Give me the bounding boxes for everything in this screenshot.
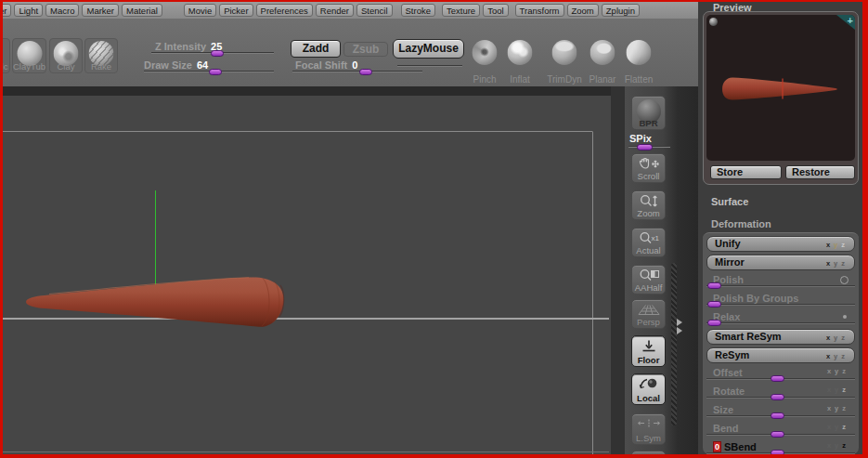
axis-x-toggle[interactable]: x bbox=[827, 423, 835, 431]
polish-handle[interactable] bbox=[707, 282, 721, 289]
menu-macro[interactable]: Macro bbox=[45, 4, 79, 17]
brush-pinch[interactable]: Pinch bbox=[471, 40, 499, 85]
persp-button[interactable]: Persp bbox=[631, 299, 666, 329]
mirror-button[interactable]: Mirrorxyz bbox=[706, 255, 855, 270]
zsub-button[interactable]: Zsub bbox=[343, 42, 388, 57]
menu-zoom[interactable]: Zoom bbox=[567, 4, 599, 17]
size-handle[interactable] bbox=[771, 412, 784, 419]
menu-marker[interactable]: Marker bbox=[82, 4, 119, 17]
axis-x-toggle[interactable]: x bbox=[827, 441, 835, 450]
sculpt-canvas[interactable] bbox=[3, 86, 625, 454]
panel-arrow-icon[interactable] bbox=[677, 327, 682, 334]
brush-clay[interactable]: Clay bbox=[49, 38, 83, 73]
axis-x-toggle[interactable]: x bbox=[826, 352, 834, 360]
axis-x-toggle[interactable]: x bbox=[826, 259, 834, 268]
preview-viewport[interactable]: + bbox=[706, 15, 855, 161]
rotate-handle[interactable] bbox=[771, 394, 784, 400]
axis-z-toggle[interactable]: z bbox=[842, 367, 849, 375]
menu-movie[interactable]: Movie bbox=[184, 4, 216, 17]
brush-trimdyn[interactable]: TrimDyn bbox=[547, 40, 582, 85]
surface-section-label[interactable]: Surface bbox=[711, 196, 748, 207]
axis-toggles[interactable]: xyz bbox=[826, 331, 849, 345]
spix-handle[interactable] bbox=[637, 144, 653, 150]
menu-stencil[interactable]: Stencil bbox=[356, 4, 393, 17]
axis-toggles[interactable]: xyz bbox=[827, 367, 849, 375]
z-intensity-handle[interactable] bbox=[211, 50, 224, 57]
axis-toggles[interactable]: xyz bbox=[827, 404, 849, 412]
actual-button[interactable]: x1Actual bbox=[631, 228, 666, 257]
menu-render[interactable]: Render bbox=[316, 4, 354, 17]
deform-row-size: Sizexyz bbox=[706, 403, 855, 422]
axis-x-toggle[interactable]: x bbox=[826, 241, 834, 249]
menu-stroke[interactable]: Stroke bbox=[401, 4, 435, 17]
deformation-section-label[interactable]: Deformation bbox=[711, 218, 771, 229]
menu-zplugin[interactable]: Zplugin bbox=[602, 4, 640, 17]
zoom-button[interactable]: Zoom bbox=[631, 190, 666, 220]
axis-toggles[interactable]: xyz bbox=[827, 386, 849, 394]
focal-shift-handle[interactable] bbox=[359, 69, 372, 75]
focal-shift-slider[interactable] bbox=[292, 71, 422, 72]
local-button[interactable]: Local bbox=[631, 373, 666, 405]
axis-x-toggle[interactable]: x bbox=[827, 386, 835, 394]
lsym-button[interactable]: L.Sym bbox=[631, 413, 666, 445]
axis-toggles[interactable]: xyz bbox=[826, 349, 849, 363]
relax-handle[interactable] bbox=[707, 320, 721, 326]
zadd-button[interactable]: Zadd bbox=[291, 40, 341, 58]
aahalf-button[interactable]: AAHalf bbox=[631, 265, 666, 294]
deform-row-smart-resym: Smart ReSymxyz bbox=[706, 329, 855, 347]
menu-preferences[interactable]: Preferences bbox=[256, 4, 313, 17]
menu-light[interactable]: Light bbox=[14, 4, 43, 17]
menu-material[interactable]: Material bbox=[122, 4, 162, 17]
capture-border-top bbox=[0, 0, 868, 2]
preview-plus-icon[interactable]: + bbox=[848, 15, 853, 26]
relax-slider[interactable] bbox=[706, 322, 855, 324]
axis-toggles[interactable]: xyz bbox=[826, 238, 849, 252]
panel-arrow-icon[interactable] bbox=[677, 319, 682, 326]
polish-slider[interactable] bbox=[706, 285, 855, 287]
axis-z-toggle[interactable]: z bbox=[842, 404, 849, 412]
menu-er[interactable]: er bbox=[3, 4, 11, 17]
menu-transform[interactable]: Transform bbox=[515, 4, 564, 17]
bpr-button[interactable]: BPR bbox=[631, 96, 666, 130]
panel-scrollbar[interactable] bbox=[671, 263, 677, 425]
axis-toggles[interactable]: xyz bbox=[827, 441, 849, 450]
lazymouse-button[interactable]: LazyMouse bbox=[393, 39, 464, 59]
polish-mode-ring-icon[interactable] bbox=[840, 276, 849, 284]
preview-material-sphere-icon[interactable] bbox=[709, 18, 718, 26]
lazy-track[interactable] bbox=[397, 65, 462, 67]
resym-button[interactable]: ReSymxyz bbox=[706, 347, 855, 363]
offset-handle[interactable] bbox=[771, 375, 784, 382]
axis-z-toggle[interactable]: z bbox=[842, 423, 849, 431]
axis-z-toggle[interactable]: z bbox=[841, 352, 849, 360]
unify-button[interactable]: Unifyxyz bbox=[706, 236, 855, 252]
scroll-button[interactable]: Scroll bbox=[631, 153, 666, 183]
brush-planar[interactable]: Planar bbox=[587, 40, 618, 85]
axis-toggles[interactable]: xyz bbox=[826, 256, 849, 270]
floor-button[interactable]: Floor bbox=[631, 335, 666, 367]
axis-x-toggle[interactable]: x bbox=[827, 404, 835, 412]
axis-x-toggle[interactable]: x bbox=[826, 334, 834, 342]
axis-toggles[interactable]: xyz bbox=[827, 423, 849, 431]
relax-mode-dot-icon[interactable] bbox=[843, 315, 847, 319]
brush-rake[interactable]: Rake bbox=[84, 38, 118, 73]
restore-button[interactable]: Restore bbox=[785, 165, 855, 179]
axis-x-toggle[interactable]: x bbox=[827, 367, 835, 375]
menu-tool[interactable]: Tool bbox=[483, 4, 508, 17]
draw-size-handle[interactable] bbox=[209, 69, 222, 75]
axis-z-toggle[interactable]: z bbox=[841, 259, 849, 268]
brush-claytube[interactable]: ClayTube bbox=[12, 38, 46, 73]
menu-picker[interactable]: Picker bbox=[219, 4, 253, 17]
brush-inflat[interactable]: Inflat bbox=[505, 40, 535, 85]
capture-border-left bbox=[0, 0, 3, 458]
store-button[interactable]: Store bbox=[710, 165, 782, 179]
bend-handle[interactable] bbox=[771, 431, 784, 438]
axis-z-toggle[interactable]: z bbox=[841, 241, 849, 249]
polish-by-groups-slider[interactable] bbox=[706, 304, 855, 306]
menu-texture[interactable]: Texture bbox=[442, 4, 480, 17]
axis-z-toggle[interactable]: z bbox=[842, 386, 849, 394]
axis-z-toggle[interactable]: z bbox=[842, 441, 849, 450]
smart-resym-button[interactable]: Smart ReSymxyz bbox=[706, 329, 855, 345]
brush-flatten[interactable]: Flatten bbox=[623, 40, 654, 85]
axis-z-toggle[interactable]: z bbox=[841, 334, 849, 342]
polish-by-groups-handle[interactable] bbox=[707, 301, 721, 308]
